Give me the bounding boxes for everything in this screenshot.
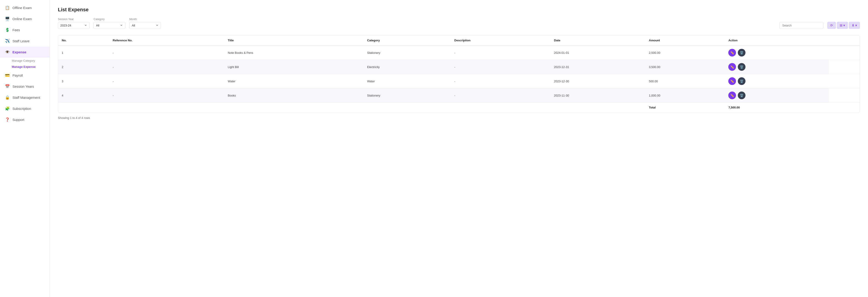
sidebar-item-staff-leave[interactable]: ✈️Staff Leave [0, 35, 50, 47]
col-no-: No. [58, 35, 109, 46]
cell-3-3: Stationery [364, 88, 451, 102]
cell-0-3: Stationery [364, 46, 451, 60]
sidebar-label-staff-leave: Staff Leave [12, 39, 30, 43]
delete-button-3[interactable]: 🗑️ [738, 92, 745, 99]
month-filter: Month All January February March April M… [129, 18, 161, 29]
edit-button-3[interactable]: ✏️ [728, 92, 736, 99]
col-category: Category [364, 35, 451, 46]
cell-1-1: - [109, 60, 224, 74]
total-empty-0 [58, 102, 109, 113]
cell-3-5: 2023-11-30 [550, 88, 645, 102]
sidebar-label-session-years: Session Years [12, 85, 34, 88]
action-cell-1: ✏️🗑️ [725, 60, 829, 74]
sidebar-item-online-exam[interactable]: 🖥️Online Exam [0, 13, 50, 24]
delete-button-2[interactable]: 🗑️ [738, 77, 745, 85]
total-empty-1 [109, 102, 224, 113]
expense-icon: 👁️ [5, 50, 10, 55]
columns-chevron: ▾ [843, 24, 845, 27]
table-row: 3-WaterWater-2023-12-30500.00✏️🗑️ [58, 74, 860, 88]
table-body: 1-Note Books & PensStationery-2024-01-01… [58, 46, 860, 112]
cell-0-5: 2024-01-01 [550, 46, 645, 60]
cell-2-1: - [109, 74, 224, 88]
search-input[interactable] [779, 22, 823, 29]
cell-0-4: - [451, 46, 550, 60]
total-amount: 7,500.00 [725, 102, 829, 113]
sidebar-sub-manage-expense[interactable]: Manage Expense [0, 64, 50, 70]
edit-button-0[interactable]: ✏️ [728, 49, 736, 57]
sidebar-label-subscription: Subscription [12, 107, 31, 111]
month-select[interactable]: All January February March April May Jun… [129, 22, 161, 29]
month-label: Month [129, 18, 161, 21]
sidebar-item-staff-management[interactable]: 🔒Staff Management [0, 92, 50, 103]
table-row: 4-BooksStationery-2023-11-301,000.00✏️🗑️ [58, 88, 860, 102]
session-years-icon: 📅 [5, 84, 10, 89]
edit-button-2[interactable]: ✏️ [728, 77, 736, 85]
category-label: Category [94, 18, 125, 21]
action-cell-2: ✏️🗑️ [725, 74, 829, 88]
refresh-icon: ⟳ [830, 24, 833, 27]
columns-button[interactable]: ⊞ ▾ [837, 22, 848, 29]
cell-1-5: 2023-12-31 [550, 60, 645, 74]
export-button[interactable]: ⬇ ▾ [849, 22, 860, 29]
payroll-icon: 💳 [5, 73, 10, 78]
cell-3-6: 1,000.00 [645, 88, 725, 102]
export-icon: ⬇ [852, 24, 855, 27]
delete-button-1[interactable]: 🗑️ [738, 63, 745, 71]
total-empty-2 [224, 102, 364, 113]
category-filter: Category All Stationery Electricity Wate… [94, 18, 125, 29]
cell-2-3: Water [364, 74, 451, 88]
cell-0-0: 1 [58, 46, 109, 60]
subscription-icon: 🧩 [5, 106, 10, 111]
offline-exam-icon: 📋 [5, 5, 10, 10]
online-exam-icon: 🖥️ [5, 17, 10, 21]
cell-3-0: 4 [58, 88, 109, 102]
refresh-button[interactable]: ⟳ [827, 22, 836, 29]
category-select[interactable]: All Stationery Electricity Water [94, 22, 125, 29]
cell-2-4: - [451, 74, 550, 88]
total-row: Total7,500.00 [58, 102, 860, 113]
cell-2-6: 500.00 [645, 74, 725, 88]
sidebar-item-expense[interactable]: 👁️Expense [0, 47, 50, 58]
edit-button-1[interactable]: ✏️ [728, 63, 736, 71]
session-year-label: Session Year [58, 18, 90, 21]
staff-management-icon: 🔒 [5, 95, 10, 100]
search-wrap [779, 22, 823, 29]
cell-3-2: Books [224, 88, 364, 102]
col-date: Date [550, 35, 645, 46]
support-icon: ❓ [5, 117, 10, 122]
sidebar-label-payroll: Payroll [12, 73, 23, 77]
sidebar-label-support: Support [12, 118, 24, 122]
total-action [829, 102, 860, 113]
delete-button-0[interactable]: 🗑️ [738, 49, 745, 57]
action-cell-3: ✏️🗑️ [725, 88, 829, 102]
col-title: Title [224, 35, 364, 46]
col-reference-no-: Reference No. [109, 35, 224, 46]
fees-icon: 💲 [5, 28, 10, 32]
staff-leave-icon: ✈️ [5, 39, 10, 43]
sidebar-item-subscription[interactable]: 🧩Subscription [0, 103, 50, 114]
sidebar-item-support[interactable]: ❓Support [0, 114, 50, 125]
table-row: 1-Note Books & PensStationery-2024-01-01… [58, 46, 860, 60]
expense-table: No.Reference No.TitleCategoryDescription… [58, 35, 860, 112]
expense-table-wrap: No.Reference No.TitleCategoryDescription… [58, 35, 860, 113]
sidebar-item-offline-exam[interactable]: 📋Offline Exam [0, 2, 50, 13]
sidebar-item-payroll[interactable]: 💳Payroll [0, 70, 50, 81]
cell-1-3: Electricity [364, 60, 451, 74]
columns-icon: ⊞ [840, 24, 842, 27]
cell-3-4: - [451, 88, 550, 102]
cell-1-6: 3,500.00 [645, 60, 725, 74]
total-empty-5 [550, 102, 645, 113]
sidebar: 📋Offline Exam🖥️Online Exam💲Fees✈️Staff L… [0, 0, 50, 297]
page-title: List Expense [58, 7, 860, 13]
sidebar-sub-manage-category[interactable]: Manage Category [0, 58, 50, 64]
session-year-select[interactable]: 2023-24 2022-23 [58, 22, 90, 29]
session-year-filter: Session Year 2023-24 2022-23 [58, 18, 90, 29]
toolbar-buttons: ⟳ ⊞ ▾ ⬇ ▾ [827, 22, 860, 29]
table-header-row: No.Reference No.TitleCategoryDescription… [58, 35, 860, 46]
filters-row: Session Year 2023-24 2022-23 Category Al… [58, 18, 860, 29]
sidebar-item-fees[interactable]: 💲Fees [0, 24, 50, 35]
cell-0-6: 2,500.00 [645, 46, 725, 60]
sidebar-item-session-years[interactable]: 📅Session Years [0, 81, 50, 92]
total-empty-4 [451, 102, 550, 113]
cell-2-2: Water [224, 74, 364, 88]
